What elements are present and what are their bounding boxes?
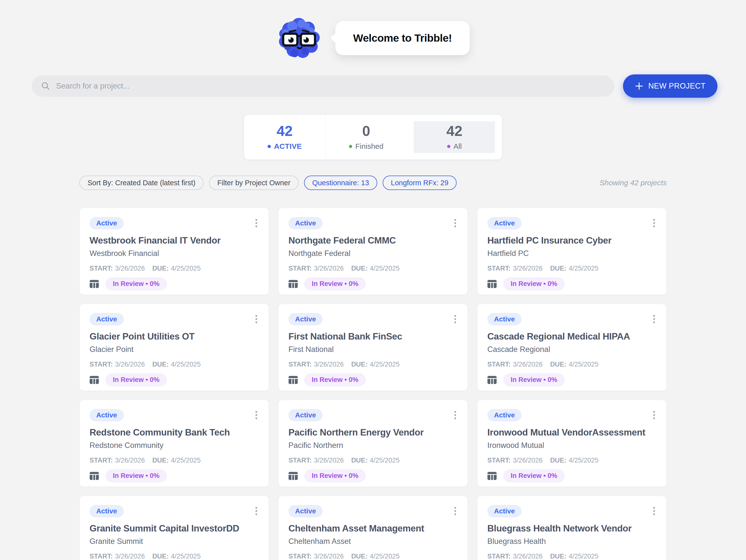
due-date: DUE:4/25/2025: [152, 553, 201, 560]
start-date: START:3/26/2026: [89, 264, 145, 272]
project-dates: START:3/26/2026 DUE:4/25/2025: [288, 553, 458, 560]
status-badge: Active: [288, 217, 323, 229]
stat-tab-all[interactable]: 42 All: [407, 115, 502, 160]
card-footer: In Review • 0%: [89, 277, 259, 290]
new-project-label: NEW PROJECT: [648, 82, 706, 90]
search-bar[interactable]: [32, 75, 614, 97]
kebab-menu-icon[interactable]: [453, 505, 458, 517]
project-card[interactable]: Active First National Bank FinSec First …: [278, 304, 468, 391]
project-title: Granite Summit Capital InvestorDD: [89, 523, 259, 534]
kebab-menu-icon[interactable]: [254, 313, 259, 325]
stat-tab-finished[interactable]: 0 Finished: [325, 115, 407, 160]
longform-rfx-filter-chip[interactable]: Longform RFx: 29: [383, 175, 457, 190]
card-footer: In Review • 0%: [288, 373, 458, 386]
sort-by-chip[interactable]: Sort By: Created Date (latest first): [79, 175, 204, 190]
kebab-menu-icon[interactable]: [652, 409, 657, 421]
kebab-menu-icon[interactable]: [453, 217, 458, 229]
welcome-bubble: Welcome to Tribble!: [335, 21, 470, 55]
card-footer: In Review • 0%: [487, 277, 657, 290]
project-card[interactable]: Active Westbrook Financial IT Vendor Wes…: [79, 208, 269, 295]
project-title: Northgate Federal CMMC: [288, 235, 458, 246]
stat-active-value: 42: [277, 124, 293, 138]
due-date: DUE:4/25/2025: [351, 456, 400, 464]
due-date: DUE:4/25/2025: [351, 361, 400, 368]
status-badge: Active: [487, 217, 521, 229]
kebab-menu-icon[interactable]: [453, 409, 458, 421]
stat-all-highlight: 42 All: [414, 121, 495, 153]
project-card[interactable]: Active Cheltenham Asset Management Chelt…: [278, 496, 468, 560]
kebab-menu-icon[interactable]: [652, 505, 657, 517]
kebab-menu-icon[interactable]: [453, 313, 458, 325]
status-badge: Active: [89, 409, 124, 421]
kebab-menu-icon[interactable]: [652, 217, 657, 229]
project-company: Cheltenham Asset: [288, 537, 458, 546]
due-date: DUE:4/25/2025: [152, 264, 201, 272]
project-card[interactable]: Active Glacier Point Utilities OT Glacie…: [79, 304, 269, 391]
project-dates: START:3/26/2026 DUE:4/25/2025: [487, 361, 657, 368]
project-dates: START:3/26/2026 DUE:4/25/2025: [487, 553, 657, 560]
project-grid: Active Westbrook Financial IT Vendor Wes…: [79, 208, 667, 560]
due-date: DUE:4/25/2025: [550, 553, 598, 560]
start-date: START:3/26/2026: [487, 361, 543, 368]
kebab-menu-icon[interactable]: [254, 217, 259, 229]
kebab-menu-icon[interactable]: [254, 409, 259, 421]
project-card[interactable]: Active Granite Summit Capital InvestorDD…: [79, 496, 269, 560]
hero-header: Welcome to Tribble!: [0, 0, 746, 62]
project-card[interactable]: Active Hartfield PC Insurance Cyber Hart…: [477, 208, 667, 295]
project-title: Bluegrass Health Network Vendor: [487, 523, 657, 534]
filter-toolbar: Sort By: Created Date (latest first) Fil…: [79, 175, 667, 190]
card-header: Active: [89, 313, 259, 326]
tribble-mascot-icon: [276, 14, 323, 62]
table-icon: [288, 280, 298, 288]
due-date: DUE:4/25/2025: [152, 456, 201, 464]
project-dates: START:3/26/2026 DUE:4/25/2025: [89, 553, 259, 560]
welcome-text: Welcome to Tribble!: [353, 32, 452, 44]
due-date: DUE:4/25/2025: [351, 553, 400, 560]
project-card[interactable]: Active Redstone Community Bank Tech Reds…: [79, 400, 269, 487]
project-card[interactable]: Active Ironwood Mutual VendorAssessment …: [477, 400, 667, 487]
project-company: Northgate Federal: [288, 249, 458, 258]
due-date: DUE:4/25/2025: [351, 264, 400, 272]
kebab-menu-icon[interactable]: [652, 313, 657, 325]
project-card[interactable]: Active Northgate Federal CMMC Northgate …: [278, 208, 468, 295]
project-title: Hartfield PC Insurance Cyber: [487, 235, 657, 246]
stat-tab-active[interactable]: 42 ACTIVE: [244, 115, 325, 160]
project-dates: START:3/26/2026 DUE:4/25/2025: [487, 264, 657, 272]
due-date: DUE:4/25/2025: [550, 361, 598, 368]
project-dates: START:3/26/2026 DUE:4/25/2025: [89, 361, 259, 368]
review-progress-badge: In Review • 0%: [106, 277, 167, 290]
project-title: Cascade Regional Medical HIPAA: [487, 331, 657, 342]
status-badge: Active: [89, 217, 124, 229]
table-icon: [487, 376, 497, 384]
status-badge: Active: [89, 505, 124, 517]
start-date: START:3/26/2026: [487, 264, 543, 272]
project-title: First National Bank FinSec: [288, 331, 458, 342]
showing-count-text: Showing 42 projects: [600, 178, 667, 187]
questionnaire-filter-chip[interactable]: Questionnaire: 13: [304, 175, 377, 190]
stats-section: 42 ACTIVE 0 Finished 42 All: [0, 115, 746, 160]
start-date: START:3/26/2026: [89, 456, 145, 464]
review-progress-badge: In Review • 0%: [106, 373, 167, 386]
project-stats-card: 42 ACTIVE 0 Finished 42 All: [244, 115, 502, 160]
start-date: START:3/26/2026: [487, 456, 543, 464]
status-badge: Active: [487, 313, 521, 326]
card-header: Active: [89, 505, 259, 517]
search-input[interactable]: [56, 82, 611, 90]
project-card[interactable]: Active Bluegrass Health Network Vendor B…: [477, 496, 667, 560]
project-company: Ironwood Mutual: [487, 441, 657, 450]
project-card[interactable]: Active Cascade Regional Medical HIPAA Ca…: [477, 304, 667, 391]
project-title: Westbrook Financial IT Vendor: [89, 235, 259, 246]
filter-owner-chip[interactable]: Filter by Project Owner: [209, 175, 298, 190]
review-progress-badge: In Review • 0%: [503, 277, 565, 290]
card-header: Active: [89, 217, 259, 229]
review-progress-badge: In Review • 0%: [106, 469, 167, 482]
kebab-menu-icon[interactable]: [254, 505, 259, 517]
project-card[interactable]: Active Pacific Northern Energy Vendor Pa…: [278, 400, 468, 487]
card-header: Active: [487, 217, 657, 229]
start-date: START:3/26/2026: [89, 361, 145, 368]
table-icon: [288, 376, 298, 384]
card-header: Active: [487, 505, 657, 517]
new-project-button[interactable]: NEW PROJECT: [623, 75, 717, 98]
status-dot-all: [447, 145, 450, 148]
status-badge: Active: [288, 313, 323, 326]
